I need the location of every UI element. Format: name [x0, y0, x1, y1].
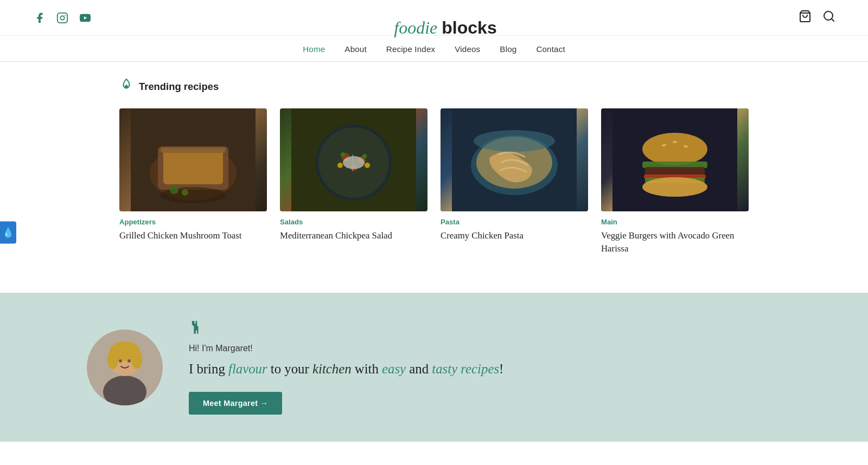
tagline-flavour: flavour — [228, 361, 267, 376]
svg-point-13 — [170, 185, 178, 194]
header-actions — [799, 10, 835, 25]
recipe-image-2 — [280, 108, 427, 211]
about-avatar — [87, 330, 163, 405]
floating-icon: 💧 — [2, 227, 14, 238]
svg-point-25 — [362, 154, 367, 158]
logo-blocks: blocks — [442, 18, 496, 37]
svg-point-1 — [60, 16, 64, 20]
tagline-tasty: tasty recipes — [432, 361, 499, 376]
about-tagline: I bring flavour to your kitchen with eas… — [189, 359, 503, 379]
nav-recipe-index[interactable]: Recipe Index — [386, 44, 435, 54]
recipe-image-4 — [601, 108, 749, 211]
youtube-icon[interactable] — [78, 11, 92, 25]
social-links — [33, 11, 92, 25]
tagline-easy: easy — [382, 361, 406, 376]
recipe-category-1: Appetizers — [119, 218, 267, 226]
site-header: foodie blocks — [0, 0, 868, 36]
recipe-title-2: Mediterranean Chickpea Salad — [280, 229, 427, 242]
instagram-icon[interactable] — [55, 11, 69, 25]
svg-point-24 — [341, 152, 345, 157]
recipe-grid: Appetizers Grilled Chicken Mushroom Toas… — [119, 108, 749, 255]
svg-point-2 — [65, 15, 66, 16]
svg-point-23 — [343, 156, 365, 169]
recipe-category-2: Salads — [280, 218, 427, 226]
recipe-title-3: Creamy Chicken Pasta — [441, 229, 588, 242]
nav-home[interactable]: Home — [303, 44, 325, 54]
recipe-image-3 — [441, 108, 588, 211]
tagline-kitchen: kitchen — [312, 361, 352, 376]
main-nav: Home About Recipe Index Videos Blog Cont… — [0, 36, 868, 62]
utensils-icon — [189, 320, 503, 338]
nav-contact[interactable]: Contact — [536, 44, 565, 54]
nav-blog[interactable]: Blog — [500, 44, 516, 54]
nav-videos[interactable]: Videos — [455, 44, 480, 54]
svg-point-22 — [365, 163, 370, 168]
recipe-card-3[interactable]: Pasta Creamy Chicken Pasta — [441, 108, 588, 255]
recipe-category-3: Pasta — [441, 218, 588, 226]
svg-point-14 — [182, 189, 188, 196]
svg-rect-34 — [645, 167, 705, 176]
svg-point-46 — [131, 350, 142, 369]
cart-icon[interactable] — [799, 10, 812, 25]
about-content: Hi! I'm Margaret! I bring flavour to you… — [189, 320, 503, 415]
svg-point-48 — [127, 359, 131, 363]
trending-heading: Trending recipes — [119, 78, 749, 95]
svg-point-21 — [337, 163, 343, 168]
svg-point-47 — [119, 359, 122, 363]
facebook-icon[interactable] — [33, 11, 47, 25]
about-section: Hi! I'm Margaret! I bring flavour to you… — [0, 293, 868, 442]
svg-rect-26 — [352, 154, 353, 171]
svg-point-45 — [107, 350, 118, 369]
floating-badge[interactable]: 💧 — [0, 222, 16, 244]
svg-line-6 — [832, 19, 834, 21]
svg-rect-10 — [163, 149, 223, 184]
main-content: Trending recipes Appetizers Grilled Chic… — [87, 62, 781, 271]
logo-foodie: foodie — [394, 18, 437, 37]
recipe-title-1: Grilled Chicken Mushroom Toast — [119, 229, 267, 242]
about-inner: Hi! I'm Margaret! I bring flavour to you… — [87, 320, 781, 415]
recipe-card-1[interactable]: Appetizers Grilled Chicken Mushroom Toas… — [119, 108, 267, 255]
recipe-image-1 — [119, 108, 267, 211]
meet-margaret-button[interactable]: Meet Margaret → — [189, 392, 282, 415]
recipe-card-2[interactable]: Salads Mediterranean Chickpea Salad — [280, 108, 427, 255]
trending-title: Trending recipes — [139, 81, 219, 93]
recipe-category-4: Main — [601, 218, 749, 226]
nav-about[interactable]: About — [344, 44, 366, 54]
search-icon[interactable] — [822, 10, 835, 25]
recipe-card-4[interactable]: Main Veggie Burgers with Avocado Green H… — [601, 108, 749, 255]
svg-rect-11 — [161, 147, 226, 153]
svg-point-30 — [474, 130, 555, 152]
trending-icon — [119, 78, 133, 95]
svg-point-39 — [673, 141, 677, 143]
svg-point-32 — [642, 133, 707, 165]
svg-point-37 — [642, 177, 707, 197]
about-greeting: Hi! I'm Margaret! — [189, 344, 503, 353]
recipe-title-4: Veggie Burgers with Avocado Green Hariss… — [601, 229, 749, 255]
svg-rect-0 — [58, 12, 67, 22]
